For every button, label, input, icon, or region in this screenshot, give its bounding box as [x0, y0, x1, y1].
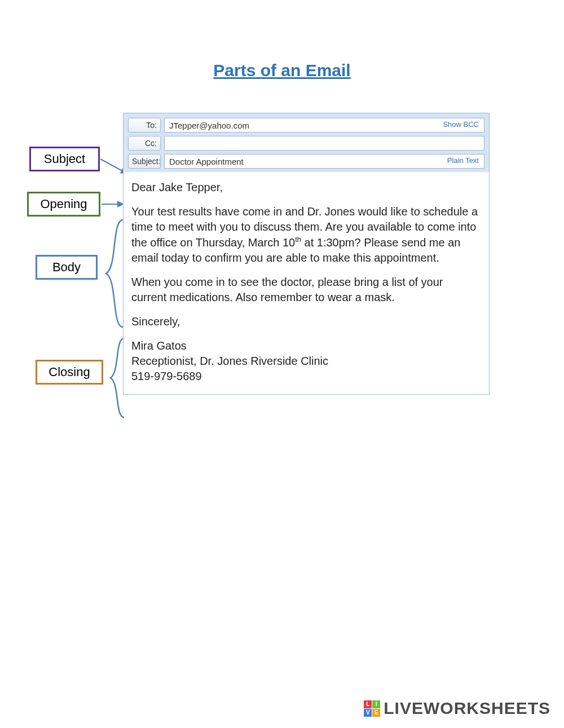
label-closing: Closing	[36, 360, 103, 385]
label-subject: Subject	[29, 147, 100, 171]
subject-field[interactable]: Doctor Appointment	[164, 154, 484, 169]
show-bcc-link[interactable]: Show BCC	[443, 120, 479, 129]
email-body-paragraph-1: Your test results have come in and Dr. J…	[131, 204, 481, 266]
to-row: To: JTepper@yahoo.com Show BCC	[128, 118, 484, 133]
brand-text: LIVEWORKSHEETS	[384, 699, 550, 718]
badge-bl: V	[364, 709, 372, 717]
p1-sup: th	[295, 235, 301, 244]
email-window: To: JTepper@yahoo.com Show BCC Cc: Subje…	[123, 113, 490, 395]
signature-title: Receptionist, Dr. Jones Riverside Clinic	[131, 355, 328, 367]
email-opening-line: Dear Jake Tepper,	[131, 180, 481, 195]
email-signature: Mira Gatos Receptionist, Dr. Jones River…	[131, 338, 481, 384]
label-body: Body	[36, 255, 98, 280]
brand-badge-icon: L I V E	[364, 700, 380, 717]
label-opening: Opening	[27, 192, 100, 217]
badge-tr: I	[372, 700, 380, 708]
badge-br: E	[372, 709, 380, 717]
page-title: Parts of an Email	[0, 61, 564, 80]
badge-tl: L	[364, 700, 372, 708]
email-body-area[interactable]: Dear Jake Tepper, Your test results have…	[124, 172, 489, 394]
brand-footer: L I V E LIVEWORKSHEETS	[364, 699, 550, 718]
to-button[interactable]: To:	[128, 118, 161, 133]
to-field[interactable]: JTepper@yahoo.com	[164, 118, 484, 133]
cc-field[interactable]	[164, 136, 484, 151]
plain-text-link[interactable]: Plain Text	[447, 156, 479, 165]
subject-row: Subject: Doctor Appointment Plain Text	[128, 154, 484, 169]
subject-button[interactable]: Subject:	[128, 154, 161, 169]
email-closing-salutation: Sincerely,	[131, 314, 481, 329]
cc-button[interactable]: Cc:	[128, 136, 161, 151]
brace-body	[100, 220, 125, 327]
email-body-paragraph-2: When you come in to see the doctor, plea…	[131, 275, 481, 305]
signature-phone: 519-979-5689	[131, 370, 202, 382]
email-header: To: JTepper@yahoo.com Show BCC Cc: Subje…	[124, 113, 489, 172]
signature-name: Mira Gatos	[131, 339, 187, 352]
cc-row: Cc:	[128, 136, 484, 151]
